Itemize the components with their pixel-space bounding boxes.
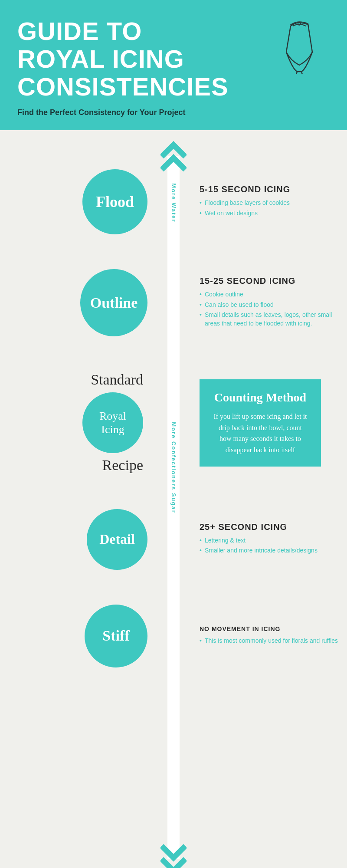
detail-right: 25+ SECOND ICING Lettering & text Smalle… [174, 522, 347, 557]
detail-left: Detail [0, 509, 174, 570]
standard-line4: Recipe [82, 457, 143, 474]
detail-bullet-2: Smaller and more intricate details/desig… [200, 546, 347, 555]
counting-method-box: Counting Method If you lift up some icin… [200, 379, 321, 467]
standard-circle: Royal Icing [82, 392, 143, 453]
stiff-bullets: This is most commonly used for florals a… [200, 637, 347, 647]
flood-right: 5-15 SECOND ICING Flooding base layers o… [174, 184, 347, 219]
flood-bullet-2: Wet on wet designs [200, 209, 347, 218]
stiff-circle: Stiff [85, 605, 147, 667]
flood-bullet-1: Flooding base layers of cookies [200, 199, 347, 207]
standard-row: Standard Royal Icing Recipe Counting Met… [0, 354, 347, 492]
stiff-row: Stiff NO MOVEMENT IN ICING This is most … [0, 587, 347, 689]
header-subtitle: Find the Perfect Consistency for Your Pr… [17, 108, 330, 117]
flood-circle: Flood [82, 169, 147, 234]
standard-left: Standard Royal Icing Recipe [0, 371, 174, 474]
stiff-left: Stiff [0, 605, 174, 667]
outline-label: Outline [90, 295, 138, 311]
counting-title: Counting Method [213, 390, 308, 405]
outline-bullet-2: Can also be used to flood [200, 301, 347, 309]
detail-circle: Detail [87, 509, 147, 570]
flood-row: Flood 5-15 SECOND ICING Flooding base la… [0, 148, 347, 252]
outline-bullet-1: Cookie outline [200, 290, 347, 299]
detail-bullet-1: Lettering & text [200, 536, 347, 545]
outline-bullet-3: Small details such as leaves, logos, oth… [200, 311, 347, 328]
page-title: GUIDE TO ROYAL ICING CONSISTENCIES [17, 17, 226, 100]
detail-label: Detail [99, 531, 135, 547]
stiff-heading: NO MOVEMENT IN ICING [200, 625, 347, 632]
standard-circle-text: Royal Icing [99, 409, 126, 436]
flood-bullets: Flooding base layers of cookies Wet on w… [200, 199, 347, 219]
main-content: More Water More Confectioners Sugar Floo… [0, 130, 347, 868]
header: GUIDE TO ROYAL ICING CONSISTENCIES Find … [0, 0, 347, 130]
outline-right: 15-25 SECOND ICING Cookie outline Can al… [174, 276, 347, 329]
piping-bag-icon [278, 17, 321, 74]
outline-left: Outline [0, 269, 174, 336]
stiff-right: NO MOVEMENT IN ICING This is most common… [174, 625, 347, 647]
svg-line-0 [296, 72, 297, 74]
chevron-down-icon [160, 842, 187, 868]
svg-line-1 [301, 72, 303, 74]
standard-line1: Standard [82, 371, 143, 389]
counting-body: If you lift up some icing and let it dri… [213, 411, 308, 455]
outline-circle: Outline [80, 269, 147, 336]
flood-heading: 5-15 SECOND ICING [200, 184, 347, 194]
standard-text-block: Standard Royal Icing Recipe [82, 371, 147, 474]
detail-row: Detail 25+ SECOND ICING Lettering & text… [0, 492, 347, 587]
flood-label: Flood [96, 193, 134, 211]
stiff-label: Stiff [102, 628, 129, 644]
detail-bullets: Lettering & text Smaller and more intric… [200, 536, 347, 557]
outline-bullets: Cookie outline Can also be used to flood… [200, 290, 347, 329]
stiff-bullet-1: This is most commonly used for florals a… [200, 637, 347, 645]
outline-row: Outline 15-25 SECOND ICING Cookie outlin… [0, 252, 347, 354]
standard-right: Counting Method If you lift up some icin… [174, 379, 347, 467]
detail-heading: 25+ SECOND ICING [200, 522, 347, 532]
outline-heading: 15-25 SECOND ICING [200, 276, 347, 286]
flood-left: Flood [0, 169, 174, 234]
